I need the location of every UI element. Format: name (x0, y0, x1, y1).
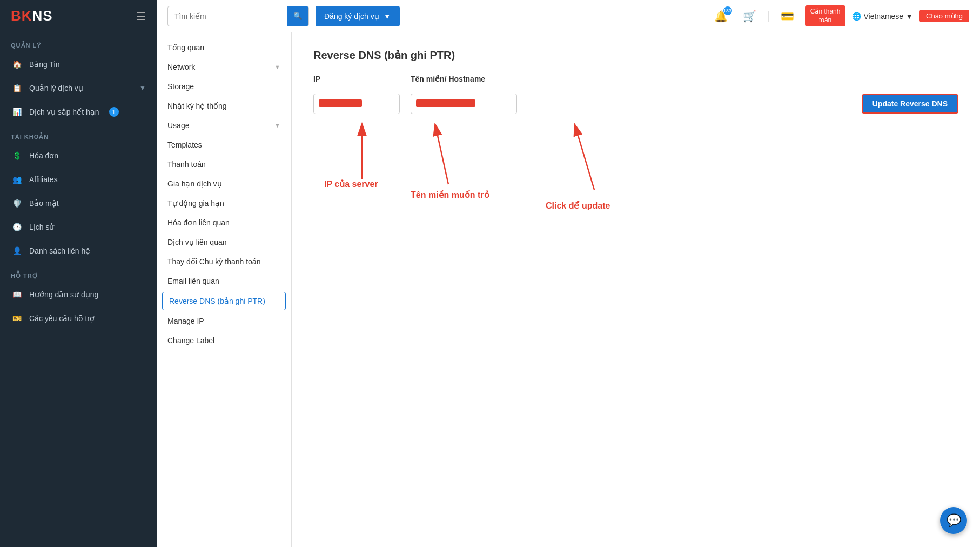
hostname-input-wrapper (411, 94, 851, 114)
section-management-label: QUẢN LÝ (0, 32, 157, 52)
dollar-icon: 💲 (11, 150, 23, 162)
chevron-down-icon: ▼ (905, 12, 913, 21)
svg-line-4 (438, 136, 448, 184)
sidebar-item-history[interactable]: 🕐 Lịch sử (0, 215, 157, 239)
submenu-item-auto-extend[interactable]: Tự động gia hạn (157, 194, 291, 213)
sidebar-item-label: Bảng Tin (29, 60, 59, 69)
annotation-arrows (313, 125, 958, 276)
chat-bubble[interactable]: 💬 (940, 507, 967, 534)
sidebar-item-label: Lịch sử (29, 223, 54, 231)
expiring-badge: 1 (109, 107, 119, 117)
sidebar: BKNS ☰ QUẢN LÝ 🏠 Bảng Tin 📋 Quản lý dịch… (0, 0, 157, 547)
sidebar-item-dashboard[interactable]: 🏠 Bảng Tin (0, 52, 157, 76)
submenu-item-storage[interactable]: Storage (157, 77, 291, 96)
col-ip-header: IP (313, 75, 400, 83)
search-input[interactable] (168, 12, 287, 21)
sidebar-item-invoices[interactable]: 💲 Hóa đơn (0, 144, 157, 168)
register-service-button[interactable]: Đăng ký dịch vụ ▼ (316, 6, 400, 26)
submenu-item-change-cycle[interactable]: Thay đổi Chu kỳ thanh toán (157, 252, 291, 271)
submenu-item-change-label[interactable]: Change Label (157, 331, 291, 350)
greeting-button[interactable]: Chào mừng (919, 10, 969, 22)
submenu: Tổng quan Network ▼ Storage Nhật ký hệ t… (157, 32, 292, 547)
topbar: 🔍 Đăng ký dịch vụ ▼ 🔔 183 🛒 | 💳 Cần than… (157, 0, 980, 32)
clock-icon: 🕐 (11, 221, 23, 233)
submenu-item-related-services[interactable]: Dịch vụ liên quan (157, 232, 291, 252)
sidebar-item-label: Affiliates (29, 175, 58, 184)
content-area: Tổng quan Network ▼ Storage Nhật ký hệ t… (157, 32, 980, 547)
payment-notice[interactable]: Cần thanh toán (805, 5, 846, 26)
hostname-input[interactable] (411, 94, 517, 114)
dns-table-header: IP Tên miền/ Hostname (313, 75, 958, 88)
dns-form-row: Update Reverse DNS (313, 94, 958, 114)
annotation-ip-text: IP của server (324, 179, 378, 189)
globe-icon: 🌐 (852, 12, 861, 21)
language-selector[interactable]: 🌐 Vietnamese ▼ (852, 12, 913, 21)
chevron-down-icon: ▼ (384, 12, 391, 21)
search-button[interactable]: 🔍 (287, 6, 308, 26)
submenu-item-overview[interactable]: Tổng quan (157, 38, 291, 57)
page-title: Reverse DNS (bản ghi PTR) (313, 49, 958, 62)
hamburger-icon[interactable]: ☰ (136, 10, 146, 23)
submenu-item-manage-ip[interactable]: Manage IP (157, 311, 291, 331)
ticket-icon: 🎫 (11, 312, 23, 324)
sidebar-item-label: Bảo mật (29, 199, 59, 208)
cart-icon[interactable]: 🛒 (739, 8, 761, 25)
sidebar-item-label: Các yêu cầu hỗ trợ (29, 314, 95, 323)
contact-icon: 👤 (11, 245, 23, 257)
sidebar-item-label: Quản lý dịch vụ (29, 84, 83, 92)
page-content: Reverse DNS (bản ghi PTR) IP Tên miền/ H… (292, 32, 980, 547)
chevron-icon: ▼ (274, 64, 280, 70)
main-area: 🔍 Đăng ký dịch vụ ▼ 🔔 183 🛒 | 💳 Cần than… (157, 0, 980, 547)
chevron-icon: ▼ (274, 122, 280, 129)
logo-area: BKNS ☰ (0, 0, 157, 32)
sidebar-item-guide[interactable]: 📖 Hướng dẫn sử dụng (0, 283, 157, 306)
wallet-icon[interactable]: 💳 (776, 8, 798, 25)
search-box: 🔍 (167, 6, 309, 26)
submenu-item-payment[interactable]: Thanh toán (157, 155, 291, 174)
ip-input[interactable] (313, 94, 400, 114)
list-icon: 📋 (11, 82, 23, 94)
sidebar-item-expiring[interactable]: 📊 Dịch vụ sắp hết hạn 1 (0, 100, 157, 124)
logo-bk: BK (11, 8, 32, 24)
book-icon: 📖 (11, 289, 23, 301)
annotation-hostname-text: Tên miền muốn trỏ (411, 190, 489, 200)
section-account-label: TÀI KHOẢN (0, 124, 157, 144)
home-icon: 🏠 (11, 58, 23, 70)
sidebar-item-security[interactable]: 🛡️ Bảo mật (0, 191, 157, 215)
update-reverse-dns-button[interactable]: Update Reverse DNS (862, 94, 958, 114)
shield-icon: 🛡️ (11, 197, 23, 209)
sidebar-item-label: Dịch vụ sắp hết hạn (29, 108, 99, 116)
logo-ns: NS (32, 8, 53, 24)
sidebar-item-label: Danh sách liên hệ (29, 246, 90, 255)
annotation-area: IP của server Tên miền muốn trỏ Click để… (313, 125, 958, 276)
col-hostname-header: Tên miền/ Hostname (411, 75, 958, 83)
submenu-item-reverse-dns[interactable]: Reverse DNS (bản ghi PTR) (162, 292, 286, 310)
sidebar-item-affiliates[interactable]: 👥 Affiliates (0, 168, 157, 191)
sidebar-item-support[interactable]: 🎫 Các yêu cầu hỗ trợ (0, 306, 157, 330)
sidebar-item-label: Hướng dẫn sử dụng (29, 290, 98, 299)
notification-icon[interactable]: 🔔 183 (710, 8, 732, 25)
chevron-down-icon: ▼ (139, 84, 146, 92)
separator: | (767, 10, 770, 22)
chart-icon: 📊 (11, 106, 23, 118)
sidebar-item-services[interactable]: 📋 Quản lý dịch vụ ▼ (0, 76, 157, 100)
annotation-update-text: Click để update (546, 201, 610, 211)
submenu-item-syslog[interactable]: Nhật ký hệ thống (157, 96, 291, 116)
submenu-item-templates[interactable]: Templates (157, 135, 291, 155)
notification-badge: 183 (723, 6, 732, 15)
sidebar-item-label: Hóa đơn (29, 151, 58, 160)
logo: BKNS (11, 8, 53, 24)
sidebar-item-contacts[interactable]: 👤 Danh sách liên hệ (0, 239, 157, 263)
people-icon: 👥 (11, 174, 23, 185)
svg-line-5 (578, 136, 594, 190)
submenu-item-network[interactable]: Network ▼ (157, 57, 291, 77)
submenu-item-related-email[interactable]: Email liên quan (157, 271, 291, 291)
ip-input-wrapper (313, 94, 400, 114)
submenu-item-related-invoices[interactable]: Hóa đơn liên quan (157, 213, 291, 232)
submenu-item-usage[interactable]: Usage ▼ (157, 116, 291, 135)
submenu-item-extend[interactable]: Gia hạn dịch vụ (157, 174, 291, 194)
section-support-label: HỖ TRỢ (0, 263, 157, 283)
